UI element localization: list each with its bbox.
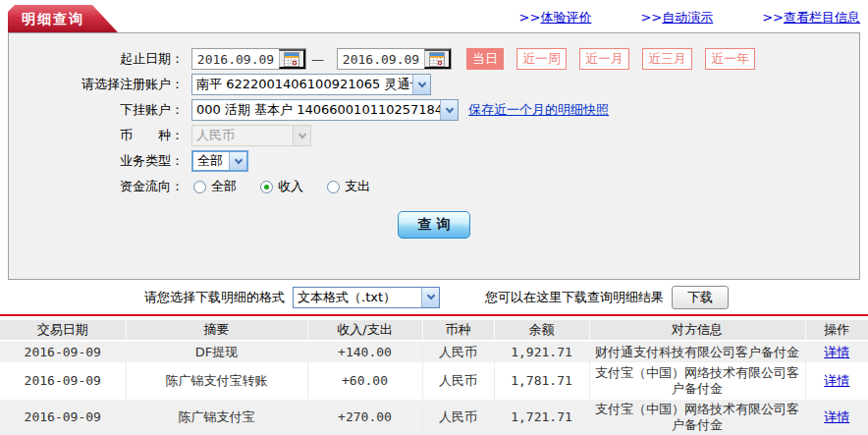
biz-type-row: 业务类型： 全部 bbox=[9, 148, 859, 174]
header-date: 交易日期 bbox=[0, 320, 126, 341]
quick-range-3months-button[interactable]: 近三月 bbox=[642, 48, 692, 70]
table-row: 2016-09-09 DF提现 +140.00 人民币 1,921.71 财付通… bbox=[0, 341, 868, 362]
radio-flow-income[interactable]: 收入 bbox=[260, 178, 303, 195]
chevron-down-icon[interactable] bbox=[229, 152, 246, 170]
cell-summary: DF提现 bbox=[126, 341, 307, 362]
cell-balance: 1,781.71 bbox=[494, 362, 589, 400]
tab-detail-query[interactable]: 明细查询 bbox=[8, 5, 118, 32]
link-label: 体验评价 bbox=[540, 10, 591, 25]
date-to-box bbox=[337, 48, 452, 70]
header-links: >>体验评价 >>自动演示 >>查看栏目信息 bbox=[519, 9, 860, 27]
biz-type-select[interactable]: 全部 bbox=[191, 150, 248, 172]
header-amount: 收入/支出 bbox=[307, 320, 422, 341]
download-button[interactable]: 下载 bbox=[672, 286, 729, 309]
header-counterparty: 对方信息 bbox=[589, 320, 805, 341]
date-from-input[interactable] bbox=[192, 49, 279, 69]
detail-link[interactable]: 详情 bbox=[824, 373, 849, 388]
cell-summary: 陈广锦支付宝转账 bbox=[126, 362, 307, 400]
radio-flow-all[interactable]: 全部 bbox=[193, 178, 237, 195]
calendar-icon bbox=[284, 52, 299, 67]
quick-range-year-button[interactable]: 近一年 bbox=[705, 48, 755, 70]
quick-range-week-button[interactable]: 近一周 bbox=[516, 48, 567, 70]
chevron-down-icon[interactable] bbox=[412, 75, 430, 94]
cell-date: 2016-09-09 bbox=[0, 341, 126, 362]
save-snapshot-link[interactable]: 保存近一个月的明细快照 bbox=[468, 101, 609, 119]
link-prefix: >> bbox=[640, 10, 662, 25]
currency-value: 人民币 bbox=[192, 127, 293, 144]
table-row: 2016-09-09 陈广锦支付宝 +270.00 人民币 1,721.71 支… bbox=[0, 400, 868, 435]
table-header-row: 交易日期 摘要 收入/支出 币种 余额 对方信息 操作 bbox=[0, 320, 868, 341]
cell-currency: 人民币 bbox=[422, 400, 494, 435]
quick-range-month-button[interactable]: 近一月 bbox=[579, 48, 629, 70]
radio-flow-expense[interactable]: 支出 bbox=[327, 178, 370, 195]
cell-currency: 人民币 bbox=[422, 362, 494, 400]
sub-account-label: 下挂账户： bbox=[9, 101, 184, 119]
currency-label: 币 种： bbox=[9, 127, 184, 144]
sub-account-select[interactable]: 000 活期 基本户 1406600101102571848 bbox=[191, 99, 459, 121]
date-range-label: 起止日期： bbox=[9, 50, 184, 68]
radio-checked-icon[interactable] bbox=[260, 181, 273, 193]
download-format-value: 文本格式（.txt） bbox=[294, 289, 421, 306]
cell-summary: 陈广锦支付宝 bbox=[126, 400, 307, 435]
sub-account-row: 下挂账户： 000 活期 基本户 1406600101102571848 保存近… bbox=[9, 97, 859, 123]
chevron-down-icon bbox=[293, 126, 310, 145]
sub-account-value: 000 活期 基本户 1406600101102571848 bbox=[192, 101, 440, 119]
cell-currency: 人民币 bbox=[422, 341, 494, 362]
currency-select-disabled: 人民币 bbox=[191, 125, 311, 146]
radio-label: 收入 bbox=[278, 178, 303, 195]
detail-link[interactable]: 详情 bbox=[824, 409, 849, 424]
cell-date: 2016-09-09 bbox=[0, 362, 126, 400]
header-currency: 币种 bbox=[422, 320, 494, 341]
link-prefix: >> bbox=[762, 10, 784, 25]
date-from-calendar-button[interactable] bbox=[279, 49, 305, 69]
cell-counterparty: 财付通支付科技有限公司客户备付金 bbox=[589, 341, 805, 362]
calendar-icon bbox=[429, 52, 445, 67]
query-button-row: 查 询 bbox=[9, 211, 859, 239]
header-summary: 摘要 bbox=[126, 320, 307, 341]
cell-amount: +60.00 bbox=[307, 362, 422, 400]
link-auto-demo[interactable]: >>自动演示 bbox=[640, 9, 713, 27]
link-experience-eval[interactable]: >>体验评价 bbox=[519, 9, 592, 27]
radio-label: 支出 bbox=[345, 178, 370, 195]
cell-amount: +140.00 bbox=[307, 341, 422, 362]
header-balance: 余额 bbox=[494, 320, 589, 341]
biz-type-label: 业务类型： bbox=[9, 152, 184, 170]
cell-counterparty: 支付宝（中国）网络技术有限公司客户备付金 bbox=[589, 400, 805, 435]
register-account-select[interactable]: 南平 6222001406100921065 灵通卡 bbox=[191, 74, 431, 95]
date-to-input[interactable] bbox=[338, 49, 424, 69]
query-form-panel: 起止日期： — bbox=[8, 32, 860, 280]
link-prefix: >> bbox=[519, 10, 541, 25]
chevron-down-icon[interactable] bbox=[421, 288, 439, 307]
currency-row: 币 种： 人民币 bbox=[9, 123, 859, 148]
cell-balance: 1,921.71 bbox=[494, 341, 589, 362]
detail-link[interactable]: 详情 bbox=[824, 345, 849, 359]
cell-balance: 1,721.71 bbox=[494, 400, 589, 435]
cell-counterparty: 支付宝（中国）网络技术有限公司客户备付金 bbox=[589, 362, 805, 400]
radio-icon[interactable] bbox=[327, 181, 340, 193]
tab-bar: 明细查询 >>体验评价 >>自动演示 >>查看栏目信息 bbox=[0, 0, 868, 32]
date-range-row: 起止日期： — bbox=[9, 46, 859, 72]
quick-range-today-button[interactable]: 当日 bbox=[466, 48, 504, 70]
link-label: 查看栏目信息 bbox=[784, 10, 860, 25]
cell-date: 2016-09-09 bbox=[0, 400, 126, 435]
date-to-calendar-button[interactable] bbox=[424, 49, 451, 69]
header-action: 操作 bbox=[805, 320, 868, 341]
red-divider-line bbox=[0, 314, 868, 316]
download-row: 请您选择下载明细的格式 文本格式（.txt） 您可以在这里下载查询明细结果 下载 bbox=[0, 285, 868, 309]
download-format-label: 请您选择下载明细的格式 bbox=[144, 289, 285, 306]
radio-label: 全部 bbox=[211, 178, 237, 195]
chevron-down-icon[interactable] bbox=[440, 100, 458, 120]
date-separator: — bbox=[311, 52, 324, 67]
cell-amount: +270.00 bbox=[307, 400, 422, 435]
transaction-table: 交易日期 摘要 收入/支出 币种 余额 对方信息 操作 2016-09-09 D… bbox=[0, 320, 868, 435]
date-from-box bbox=[191, 48, 306, 70]
biz-type-value: 全部 bbox=[193, 152, 229, 170]
query-button[interactable]: 查 询 bbox=[398, 211, 470, 239]
register-account-label: 请选择注册账户： bbox=[9, 76, 184, 93]
link-label: 自动演示 bbox=[662, 10, 713, 25]
link-view-column-info[interactable]: >>查看栏目信息 bbox=[762, 9, 860, 27]
register-account-value: 南平 6222001406100921065 灵通卡 bbox=[192, 76, 412, 93]
download-format-select[interactable]: 文本格式（.txt） bbox=[293, 287, 440, 308]
radio-icon[interactable] bbox=[193, 181, 206, 193]
fund-flow-label: 资金流向： bbox=[9, 178, 184, 195]
